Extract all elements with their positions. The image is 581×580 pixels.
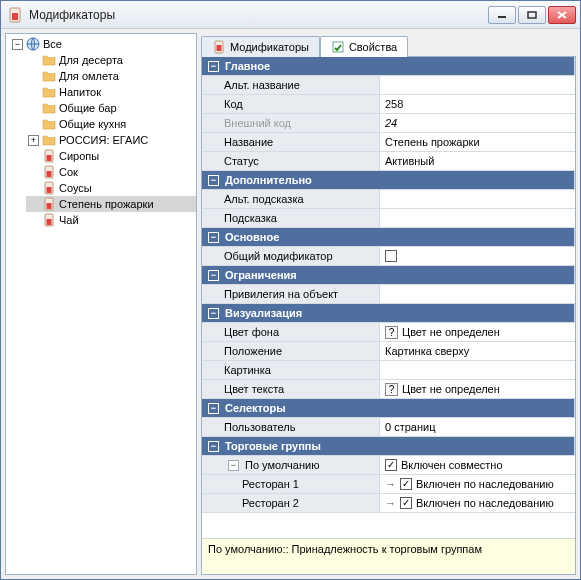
titlebar: Модификаторы [1, 1, 580, 29]
prop-row-picture[interactable]: Картинка [202, 361, 575, 380]
app-window: Модификаторы − Все Для десертаДля омлета… [0, 0, 581, 580]
tree-item-label: Общие бар [59, 102, 117, 114]
window-title: Модификаторы [29, 8, 488, 22]
prop-row-rest2[interactable]: Ресторан 2 →✓Включен по наследованию [202, 494, 575, 513]
properties-panel: −Главное Альт. название Код 258 Внешний … [201, 56, 576, 575]
collapse-icon[interactable]: − [228, 460, 239, 471]
tab-modifiers[interactable]: Модификаторы [201, 36, 320, 57]
tree-spacer [28, 167, 39, 178]
tree-item[interactable]: Соусы [26, 180, 196, 196]
prop-row-default[interactable]: −По умолчанию ✓Включен совместно [202, 456, 575, 475]
tab-modifiers-label: Модификаторы [230, 41, 309, 53]
tree-root-label: Все [43, 38, 62, 50]
modifier-icon [42, 181, 56, 195]
tree-item[interactable]: +РОССИЯ: ЕГАИС [26, 132, 196, 148]
prop-row-bg-color[interactable]: Цвет фона ?Цвет не определен [202, 323, 575, 342]
prop-row-tip[interactable]: Подсказка [202, 209, 575, 228]
common-modifier-checkbox[interactable] [385, 250, 397, 262]
tree-spacer [28, 215, 39, 226]
tree-item[interactable]: Чай [26, 212, 196, 228]
tree-item[interactable]: Для десерта [26, 52, 196, 68]
prop-row-alt-tip[interactable]: Альт. подсказка [202, 190, 575, 209]
tree-item[interactable]: Для омлета [26, 68, 196, 84]
rest1-checkbox[interactable]: ✓ [400, 478, 412, 490]
section-additional[interactable]: −Дополнительно [202, 171, 575, 190]
section-visual[interactable]: −Визуализация [202, 304, 575, 323]
svg-rect-12 [47, 187, 52, 193]
collapse-icon[interactable]: − [208, 175, 219, 186]
modifier-icon [212, 40, 226, 54]
tree-spacer [28, 71, 39, 82]
tree-item-label: РОССИЯ: ЕГАИС [59, 134, 148, 146]
hint-text: По умолчанию:: Принадлежность к торговым… [208, 543, 482, 555]
app-icon [7, 7, 23, 23]
prop-row-fg-color[interactable]: Цвет текста ?Цвет не определен [202, 380, 575, 399]
prop-row-alt-name[interactable]: Альт. название [202, 76, 575, 95]
tree-item-label: Соусы [59, 182, 92, 194]
prop-row-ext-code[interactable]: Внешний код 24 [202, 114, 575, 133]
tree-item[interactable]: Общие кухня [26, 116, 196, 132]
prop-row-rest1[interactable]: Ресторан 1 →✓Включен по наследованию [202, 475, 575, 494]
globe-icon [26, 37, 40, 51]
default-checkbox[interactable]: ✓ [385, 459, 397, 471]
modifier-icon [42, 149, 56, 163]
collapse-icon[interactable]: − [12, 39, 23, 50]
svg-rect-16 [47, 219, 52, 225]
tree-spacer [28, 103, 39, 114]
tree-item[interactable]: Степень прожарки [26, 196, 196, 212]
prop-row-privilege[interactable]: Привилегия на объект [202, 285, 575, 304]
folder-icon [42, 85, 56, 99]
hint-bar: По умолчанию:: Принадлежность к торговым… [202, 538, 575, 574]
svg-rect-19 [333, 42, 343, 52]
prop-row-common-modifier[interactable]: Общий модификатор [202, 247, 575, 266]
tree-item-label: Для омлета [59, 70, 119, 82]
collapse-icon[interactable]: − [208, 308, 219, 319]
section-basic[interactable]: −Основное [202, 228, 575, 247]
folder-icon [42, 101, 56, 115]
tree-item[interactable]: Общие бар [26, 100, 196, 116]
tree-item-label: Чай [59, 214, 79, 226]
tree-spacer [28, 151, 39, 162]
svg-rect-3 [528, 12, 536, 18]
tree-item[interactable]: Сок [26, 164, 196, 180]
close-button[interactable] [548, 6, 576, 24]
collapse-icon[interactable]: − [208, 403, 219, 414]
tree-spacer [28, 119, 39, 130]
prop-row-name[interactable]: Название Степень прожарки [202, 133, 575, 152]
section-selectors[interactable]: −Селекторы [202, 399, 575, 418]
section-main[interactable]: −Главное [202, 57, 575, 76]
tree-spacer [28, 55, 39, 66]
properties-icon [331, 40, 345, 54]
tree-item[interactable]: Сиропы [26, 148, 196, 164]
tree-spacer [28, 183, 39, 194]
modifier-icon [42, 197, 56, 211]
inherit-icon: → [385, 478, 396, 490]
minimize-button[interactable] [488, 6, 516, 24]
undefined-color-icon: ? [385, 383, 398, 396]
tabs: Модификаторы Свойства [201, 33, 576, 56]
tree-root[interactable]: − Все [10, 36, 196, 52]
svg-rect-8 [47, 155, 52, 161]
expand-icon[interactable]: + [28, 135, 39, 146]
collapse-icon[interactable]: − [208, 61, 219, 72]
undefined-color-icon: ? [385, 326, 398, 339]
maximize-button[interactable] [518, 6, 546, 24]
tab-properties[interactable]: Свойства [320, 36, 408, 57]
tree-spacer [28, 199, 39, 210]
inherit-icon: → [385, 497, 396, 509]
folder-icon [42, 117, 56, 131]
section-constraints[interactable]: −Ограничения [202, 266, 575, 285]
property-grid: −Главное Альт. название Код 258 Внешний … [202, 57, 575, 538]
collapse-icon[interactable]: − [208, 441, 219, 452]
collapse-icon[interactable]: − [208, 232, 219, 243]
prop-row-code[interactable]: Код 258 [202, 95, 575, 114]
prop-row-position[interactable]: Положение Картинка сверху [202, 342, 575, 361]
tree-item[interactable]: Напиток [26, 84, 196, 100]
tree-item-label: Общие кухня [59, 118, 126, 130]
tab-properties-label: Свойства [349, 41, 397, 53]
prop-row-user[interactable]: Пользователь 0 страниц [202, 418, 575, 437]
prop-row-status[interactable]: Статус Активный [202, 152, 575, 171]
collapse-icon[interactable]: − [208, 270, 219, 281]
rest2-checkbox[interactable]: ✓ [400, 497, 412, 509]
section-tradegroups[interactable]: −Торговые группы [202, 437, 575, 456]
